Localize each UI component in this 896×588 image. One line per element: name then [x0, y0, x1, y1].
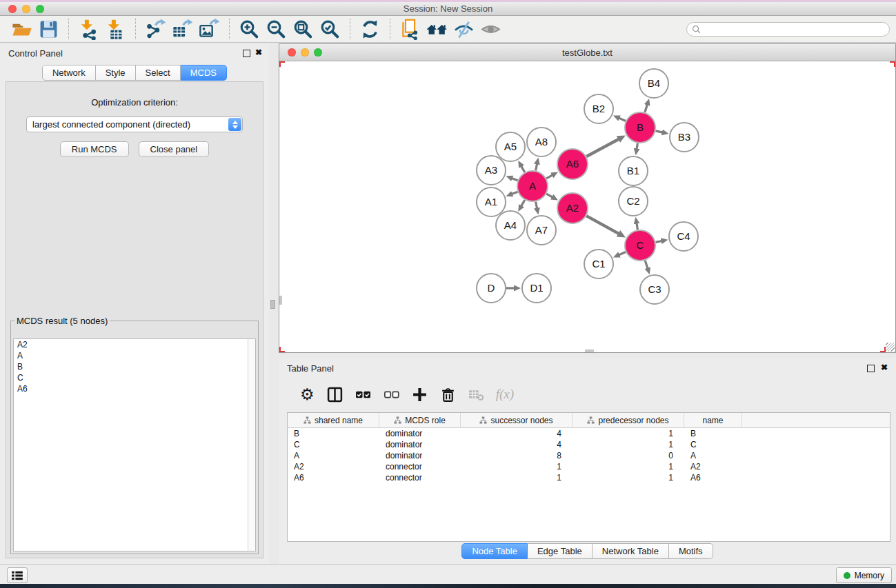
- column-header-shared-name[interactable]: shared name: [288, 413, 379, 427]
- table-cell[interactable]: 0: [573, 451, 684, 460]
- graph-edge-B-B1[interactable]: [637, 143, 637, 150]
- tab-motifs[interactable]: Motifs: [669, 543, 713, 559]
- graph-node-B1[interactable]: B1: [619, 156, 648, 185]
- table-cell[interactable]: connector: [379, 473, 461, 483]
- table-cell[interactable]: 1: [573, 473, 684, 483]
- search-input[interactable]: [704, 24, 889, 35]
- graph-edge-A-A4[interactable]: [521, 200, 525, 206]
- table-cell[interactable]: A: [288, 451, 379, 460]
- export-network-icon[interactable]: [145, 19, 166, 40]
- table-cell[interactable]: C: [288, 440, 379, 449]
- graph-edge-A-A7[interactable]: [536, 202, 537, 209]
- graph-node-C4[interactable]: C4: [669, 222, 698, 251]
- column-header-predecessor-nodes[interactable]: predecessor nodes: [573, 413, 684, 427]
- create-network-from-selection-icon[interactable]: [399, 19, 421, 40]
- graph-node-A4[interactable]: A4: [496, 211, 525, 240]
- network-canvas[interactable]: ABCA2A6A1A3A4A5A7A8B1B2B3B4C1C2C3C4DD1: [279, 61, 895, 352]
- table-row[interactable]: A2connector11A2: [288, 461, 890, 472]
- graph-edge-A-A2[interactable]: [546, 194, 552, 197]
- column-header-MCDS-role[interactable]: MCDS role: [379, 413, 461, 427]
- unselect-all-columns-icon[interactable]: [384, 387, 399, 403]
- refresh-view-icon[interactable]: [359, 19, 381, 40]
- table-row[interactable]: Cdominator41C: [288, 439, 890, 450]
- graph-node-B2[interactable]: B2: [584, 94, 613, 123]
- graph-node-C[interactable]: C: [625, 230, 655, 261]
- tab-network[interactable]: Network: [42, 65, 96, 81]
- graph-edge-C-C2[interactable]: [637, 223, 638, 230]
- table-cell[interactable]: A6: [288, 473, 379, 483]
- table-cell[interactable]: C: [684, 440, 742, 449]
- task-history-button[interactable]: [7, 567, 28, 583]
- graph-edge-A-A3[interactable]: [512, 178, 518, 180]
- mcds-result-item[interactable]: C: [14, 372, 248, 383]
- graph-node-C3[interactable]: C3: [640, 275, 669, 304]
- graph-node-C1[interactable]: C1: [584, 250, 613, 278]
- delete-table-icon[interactable]: [468, 387, 484, 403]
- tab-edge-table[interactable]: Edge Table: [528, 543, 593, 559]
- table-cell[interactable]: 1: [573, 429, 684, 438]
- table-cell[interactable]: dominator: [379, 440, 461, 449]
- graph-node-D[interactable]: D: [477, 274, 506, 303]
- tab-style[interactable]: Style: [96, 65, 136, 81]
- table-row[interactable]: A6connector11A6: [288, 472, 890, 483]
- close-panel-button[interactable]: Close panel: [139, 141, 210, 157]
- scrollbar-nub[interactable]: [585, 349, 594, 352]
- graph-edge-A2-C[interactable]: [586, 216, 619, 234]
- tab-network-table[interactable]: Network Table: [593, 543, 669, 559]
- save-session-icon[interactable]: [38, 19, 59, 40]
- zoom-out-icon[interactable]: [266, 19, 287, 40]
- graph-node-A[interactable]: A: [517, 171, 548, 201]
- network-graph[interactable]: ABCA2A6A1A3A4A5A7A8B1B2B3B4C1C2C3C4DD1: [279, 61, 895, 352]
- import-table-icon[interactable]: [105, 19, 126, 40]
- tab-node-table[interactable]: Node Table: [461, 543, 528, 559]
- graph-node-A5[interactable]: A5: [496, 132, 525, 161]
- graph-edge-A-A8[interactable]: [536, 163, 537, 170]
- graph-edge-C-C1[interactable]: [619, 252, 626, 254]
- graph-node-A1[interactable]: A1: [477, 187, 506, 216]
- graph-node-A7[interactable]: A7: [527, 216, 556, 245]
- table-cell[interactable]: 4: [461, 429, 573, 438]
- graph-edge-C-C4[interactable]: [656, 241, 662, 242]
- scrollbar-nub[interactable]: [279, 296, 282, 305]
- graph-edge-A-A6[interactable]: [546, 175, 552, 179]
- table-cell[interactable]: 1: [573, 462, 684, 472]
- close-panel-icon[interactable]: ✖: [255, 48, 262, 57]
- graph-node-D1[interactable]: D1: [522, 274, 551, 303]
- mcds-result-item[interactable]: A2: [14, 339, 248, 350]
- optimization-criterion-dropdown[interactable]: largest connected component (directed): [26, 116, 243, 132]
- table-cell[interactable]: B: [288, 429, 379, 438]
- graph-node-B[interactable]: B: [625, 112, 655, 143]
- delete-columns-trash-icon[interactable]: [440, 387, 456, 403]
- mcds-result-item[interactable]: A6: [14, 383, 248, 394]
- apply-preferred-layout-icon[interactable]: [426, 19, 448, 40]
- graph-node-C2[interactable]: C2: [619, 187, 648, 216]
- graph-edge-A-A5[interactable]: [521, 166, 525, 172]
- tab-select[interactable]: Select: [136, 65, 181, 81]
- show-hide-columns-icon[interactable]: [327, 387, 343, 403]
- table-cell[interactable]: connector: [379, 462, 461, 472]
- resize-grip-icon[interactable]: [886, 343, 895, 352]
- graph-node-B3[interactable]: B3: [670, 123, 699, 152]
- graph-node-A2[interactable]: A2: [557, 193, 588, 223]
- column-header-name[interactable]: name: [684, 413, 742, 427]
- table-cell[interactable]: dominator: [379, 429, 461, 438]
- graph-edge-B-B4[interactable]: [645, 105, 648, 113]
- graph-edge-A-A1[interactable]: [512, 192, 518, 194]
- table-row[interactable]: Adominator80A: [288, 450, 890, 461]
- table-cell[interactable]: 1: [461, 473, 573, 483]
- graph-edge-C-C3[interactable]: [645, 261, 648, 269]
- mcds-result-item[interactable]: A: [14, 350, 248, 361]
- graph-edge-A6-B[interactable]: [586, 139, 619, 156]
- table-cell[interactable]: 4: [461, 440, 573, 449]
- table-cell[interactable]: A6: [684, 473, 742, 483]
- mcds-scrollbar[interactable]: [248, 339, 255, 551]
- zoom-selected-icon[interactable]: [319, 19, 341, 40]
- memory-button[interactable]: Memory: [836, 567, 892, 583]
- tab-mcds[interactable]: MCDS: [181, 65, 227, 81]
- table-cell[interactable]: A2: [684, 462, 742, 472]
- show-all-icon[interactable]: [480, 19, 501, 40]
- graph-edge-B-B3[interactable]: [655, 131, 662, 132]
- mcds-result-item[interactable]: B: [14, 361, 248, 372]
- run-mcds-button[interactable]: Run MCDS: [60, 141, 129, 157]
- table-cell[interactable]: A: [684, 451, 742, 460]
